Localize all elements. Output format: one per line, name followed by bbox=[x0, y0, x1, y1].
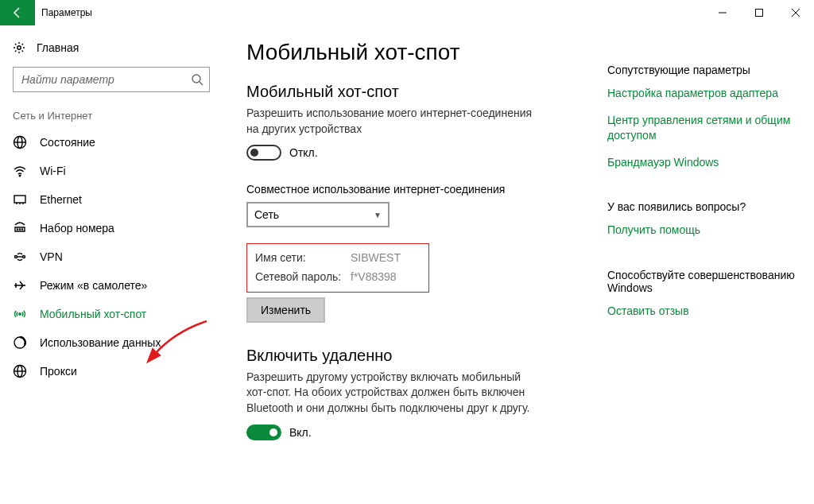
back-button[interactable] bbox=[0, 0, 35, 25]
help-heading: У вас появились вопросы? bbox=[607, 200, 798, 213]
link-get-help[interactable]: Получить помощь bbox=[607, 223, 798, 238]
sidebar-item-label: Использование данных bbox=[40, 336, 161, 349]
svg-point-15 bbox=[17, 229, 17, 230]
vpn-icon bbox=[13, 250, 27, 264]
svg-line-6 bbox=[200, 82, 203, 85]
sidebar-item-hotspot[interactable]: Мобильный хот-спот bbox=[0, 300, 223, 328]
connection-select-value: Сеть bbox=[254, 208, 279, 221]
share-heading: Совместное использование интернет-соедин… bbox=[246, 183, 576, 196]
network-pass-value: f*V88398 bbox=[351, 268, 397, 287]
remote-toggle[interactable] bbox=[246, 425, 281, 440]
hotspot-toggle[interactable] bbox=[246, 145, 281, 161]
svg-point-4 bbox=[17, 46, 21, 49]
link-adapter-settings[interactable]: Настройка параметров адаптера bbox=[607, 86, 798, 102]
sidebar-item-label: Режим «в самолете» bbox=[40, 279, 147, 292]
svg-point-19 bbox=[23, 256, 25, 258]
sidebar-item-label: Набор номера bbox=[40, 222, 114, 235]
link-network-center[interactable]: Центр управления сетями и общим доступом bbox=[607, 113, 798, 144]
sidebar-item-label: VPN bbox=[40, 250, 63, 263]
hotspot-desc: Разрешить использование моего интернет-с… bbox=[246, 106, 541, 137]
gear-icon bbox=[13, 41, 25, 54]
sidebar-item-vpn[interactable]: VPN bbox=[0, 242, 223, 271]
hotspot-heading: Мобильный хот-спот bbox=[246, 83, 576, 101]
sidebar-item-label: Мобильный хот-спот bbox=[40, 308, 146, 320]
minimize-icon bbox=[719, 9, 727, 17]
sidebar-item-label: Прокси bbox=[40, 365, 77, 378]
ethernet-icon bbox=[13, 192, 27, 207]
remote-toggle-state: Вкл. bbox=[289, 426, 312, 439]
remote-heading: Включить удаленно bbox=[246, 347, 576, 365]
link-firewall[interactable]: Брандмауэр Windows bbox=[607, 155, 798, 171]
svg-point-18 bbox=[15, 256, 17, 258]
home-label: Главная bbox=[37, 41, 79, 54]
maximize-icon bbox=[755, 9, 763, 17]
network-name-value: SIBWEST bbox=[351, 249, 401, 268]
sidebar-item-label: Wi-Fi bbox=[40, 165, 66, 177]
sidebar-item-label: Состояние bbox=[40, 136, 95, 149]
sidebar-item-proxy[interactable]: Прокси bbox=[0, 357, 223, 386]
svg-point-16 bbox=[19, 229, 20, 230]
search-icon bbox=[191, 73, 204, 86]
network-info-box: Имя сети: SIBWEST Сетевой пароль: f*V883… bbox=[246, 243, 429, 293]
sidebar-item-status[interactable]: Состояние bbox=[0, 128, 223, 157]
svg-rect-1 bbox=[756, 10, 763, 17]
search-wrap bbox=[13, 67, 210, 92]
proxy-icon bbox=[13, 364, 27, 378]
network-name-label: Имя сети: bbox=[255, 249, 351, 268]
sidebar-item-ethernet[interactable]: Ethernet bbox=[0, 185, 223, 214]
svg-rect-11 bbox=[14, 196, 25, 203]
sidebar: Главная Сеть и Интернет Состояние Wi-Fi … bbox=[0, 25, 223, 504]
minimize-button[interactable] bbox=[704, 0, 741, 25]
sidebar-item-label: Ethernet bbox=[40, 193, 82, 206]
data-usage-icon bbox=[13, 335, 27, 350]
home-link[interactable]: Главная bbox=[0, 35, 223, 60]
svg-point-17 bbox=[21, 229, 22, 230]
search-input[interactable] bbox=[13, 67, 210, 92]
hotspot-toggle-state: Откл. bbox=[289, 146, 318, 159]
close-icon bbox=[792, 9, 800, 17]
dialup-icon bbox=[13, 221, 27, 235]
main-content: Мобильный хот-спот Мобильный хот-спот Ра… bbox=[223, 25, 814, 504]
back-arrow-icon bbox=[11, 6, 24, 19]
link-feedback[interactable]: Оставить отзыв bbox=[607, 304, 798, 320]
window-title: Параметры bbox=[41, 7, 704, 18]
wifi-icon bbox=[13, 164, 27, 178]
chevron-down-icon: ▼ bbox=[374, 211, 382, 219]
svg-point-10 bbox=[19, 175, 21, 176]
connection-select[interactable]: Сеть ▼ bbox=[246, 202, 390, 227]
feedback-heading: Способствуйте совершенствованию Windows bbox=[607, 269, 798, 294]
svg-point-5 bbox=[192, 75, 200, 83]
sidebar-item-data-usage[interactable]: Использование данных bbox=[0, 328, 223, 357]
page-title: Мобильный хот-спот bbox=[246, 40, 576, 65]
airplane-icon bbox=[13, 278, 27, 293]
section-header: Сеть и Интернет bbox=[0, 107, 223, 128]
hotspot-icon bbox=[13, 307, 27, 321]
maximize-button[interactable] bbox=[741, 0, 777, 25]
remote-desc: Разрешить другому устройству включать мо… bbox=[246, 370, 541, 417]
sidebar-item-wifi[interactable]: Wi-Fi bbox=[0, 157, 223, 185]
close-button[interactable] bbox=[777, 0, 814, 25]
title-bar: Параметры bbox=[0, 0, 814, 25]
related-heading: Сопутствующие параметры bbox=[607, 64, 798, 76]
edit-button[interactable]: Изменить bbox=[246, 297, 325, 323]
network-pass-label: Сетевой пароль: bbox=[255, 268, 351, 287]
svg-point-21 bbox=[19, 313, 21, 315]
globe-icon bbox=[13, 135, 27, 149]
window-controls bbox=[704, 0, 814, 25]
sidebar-item-airplane[interactable]: Режим «в самолете» bbox=[0, 271, 223, 300]
sidebar-item-dialup[interactable]: Набор номера bbox=[0, 214, 223, 242]
related-panel: Сопутствующие параметры Настройка параме… bbox=[607, 40, 798, 504]
